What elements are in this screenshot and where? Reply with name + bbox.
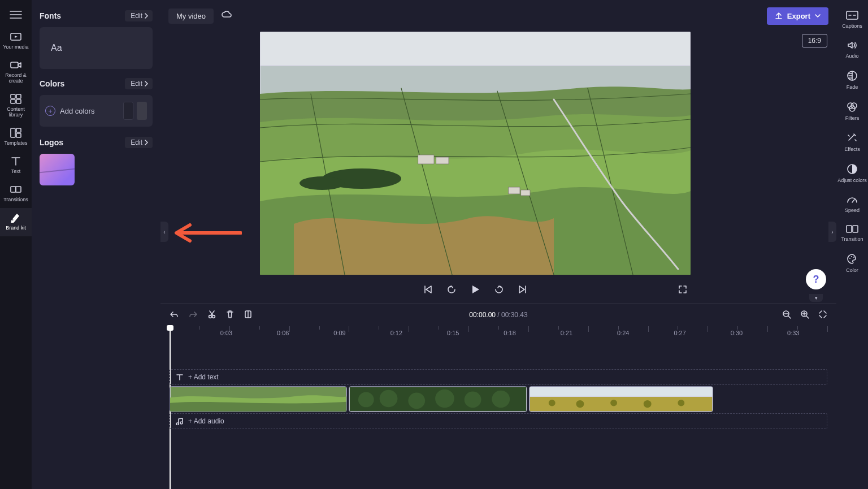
speaker-icon (847, 40, 858, 50)
forward-button[interactable] (494, 284, 504, 297)
svg-point-31 (465, 392, 481, 408)
prop-captions[interactable]: Captions (836, 5, 868, 34)
add-colors-button[interactable]: + Add colors (45, 106, 118, 116)
nav-content-library[interactable]: Content library (0, 89, 32, 123)
fullscreen-button[interactable] (678, 285, 687, 296)
nav-label: Content library (1, 106, 31, 118)
nav-templates[interactable]: Templates (0, 123, 32, 152)
nav-label: Record & create (1, 72, 31, 84)
timeline-clip[interactable] (529, 386, 713, 412)
logos-heading: Logos (40, 138, 63, 147)
delete-button[interactable] (226, 310, 234, 321)
colors-row: + Add colors (40, 95, 153, 127)
prop-speed[interactable]: Speed (836, 189, 868, 219)
colors-heading: Colors (40, 79, 64, 88)
timeline-ruler[interactable]: 0:030:060:090:120:150:180:210:240:270:30… (170, 326, 827, 342)
music-icon (176, 417, 184, 425)
svg-rect-33 (530, 387, 713, 396)
add-text-track[interactable]: + Add text (170, 369, 827, 385)
prev-clip-button[interactable] (423, 285, 433, 296)
fonts-heading: Fonts (40, 11, 61, 20)
split-button[interactable] (244, 310, 252, 321)
right-rail: Captions Audio Fade Filters Effects Adju… (836, 0, 868, 489)
svg-point-39 (678, 400, 684, 406)
collapse-right-tab[interactable]: › (828, 222, 836, 242)
svg-point-15 (300, 176, 345, 190)
library-icon (10, 94, 21, 104)
prop-transition[interactable]: Transition (836, 219, 868, 248)
svg-point-30 (435, 390, 454, 408)
swatch-1[interactable] (137, 102, 147, 120)
video-preview[interactable] (260, 32, 691, 275)
nav-transitions[interactable]: Transitions (0, 180, 32, 208)
prop-adjust-colors[interactable]: Adjust colors (836, 158, 868, 189)
prop-color[interactable]: Color (836, 248, 868, 279)
text-icon (11, 156, 21, 166)
add-audio-track[interactable]: + Add audio (170, 413, 827, 429)
add-colors-label: Add colors (60, 107, 94, 115)
captions-icon (846, 10, 858, 20)
prop-audio[interactable]: Audio (836, 34, 868, 64)
svg-rect-1 (11, 62, 18, 68)
aspect-ratio-button[interactable]: 16:9 (802, 34, 827, 47)
colors-edit-button[interactable]: Edit (125, 78, 153, 89)
next-clip-button[interactable] (518, 285, 528, 296)
prop-fade[interactable]: Fade (836, 64, 868, 96)
nav-label: Transitions (3, 197, 28, 202)
transition-icon (846, 224, 858, 233)
project-name[interactable]: My video (168, 8, 214, 24)
play-button[interactable] (470, 284, 480, 297)
svg-point-32 (492, 391, 510, 408)
nav-label: Brand kit (6, 225, 26, 231)
nav-label: Templates (4, 140, 27, 146)
prop-effects[interactable]: Effects (836, 127, 868, 158)
palette-icon (847, 253, 858, 265)
svg-point-35 (549, 400, 555, 406)
nav-label: Your media (3, 44, 28, 50)
timeline-clip[interactable] (349, 386, 527, 412)
logos-edit-button[interactable]: Edit (125, 137, 153, 148)
brandkit-panel: Fonts Edit Aa Colors Edit + Add colors L… (32, 0, 160, 489)
cloud-sync-icon[interactable] (218, 7, 235, 24)
brandkit-icon (10, 213, 21, 223)
back-button[interactable] (446, 284, 457, 297)
video-track[interactable] (170, 386, 827, 412)
timeline: 00:00.00 / 00:30.43 0:030:060:090:120:15… (160, 303, 836, 489)
swatch-0[interactable] (123, 102, 133, 120)
svg-rect-40 (847, 11, 858, 19)
sparkle-icon (847, 132, 858, 144)
top-bar: My video Export (160, 0, 836, 32)
zoom-in-button[interactable] (800, 310, 809, 321)
fonts-edit-button[interactable]: Edit (125, 10, 153, 21)
nav-brand-kit[interactable]: Brand kit (0, 208, 32, 236)
font-sample: Aa (51, 43, 62, 53)
zoom-out-button[interactable] (782, 310, 791, 321)
svg-rect-9 (11, 187, 16, 192)
svg-point-36 (576, 400, 584, 408)
hamburger-menu[interactable] (10, 10, 22, 21)
svg-rect-16 (418, 155, 434, 164)
nav-record-create[interactable]: Record & create (0, 55, 32, 89)
help-button[interactable]: ? (806, 269, 826, 289)
export-button[interactable]: Export (767, 7, 828, 25)
nav-label: Text (11, 168, 21, 174)
cut-button[interactable] (208, 310, 216, 321)
undo-button[interactable] (170, 310, 179, 320)
svg-point-28 (380, 390, 398, 408)
expand-properties-button[interactable]: ▾ (809, 294, 823, 302)
nav-your-media[interactable]: Your media (0, 27, 32, 55)
svg-point-50 (853, 257, 854, 258)
zoom-fit-button[interactable] (818, 310, 827, 321)
svg-rect-46 (847, 226, 852, 232)
collapse-panel-tab[interactable]: ‹ (160, 222, 168, 242)
timeline-clip[interactable] (170, 386, 347, 412)
logo-card[interactable] (40, 154, 75, 185)
redo-button[interactable] (189, 310, 198, 320)
font-card[interactable]: Aa (40, 27, 153, 69)
media-icon (10, 32, 21, 42)
svg-rect-8 (16, 133, 21, 137)
nav-text[interactable]: Text (0, 152, 32, 180)
chevron-down-icon (815, 13, 821, 19)
svg-rect-19 (521, 190, 530, 196)
prop-filters[interactable]: Filters (836, 96, 868, 127)
